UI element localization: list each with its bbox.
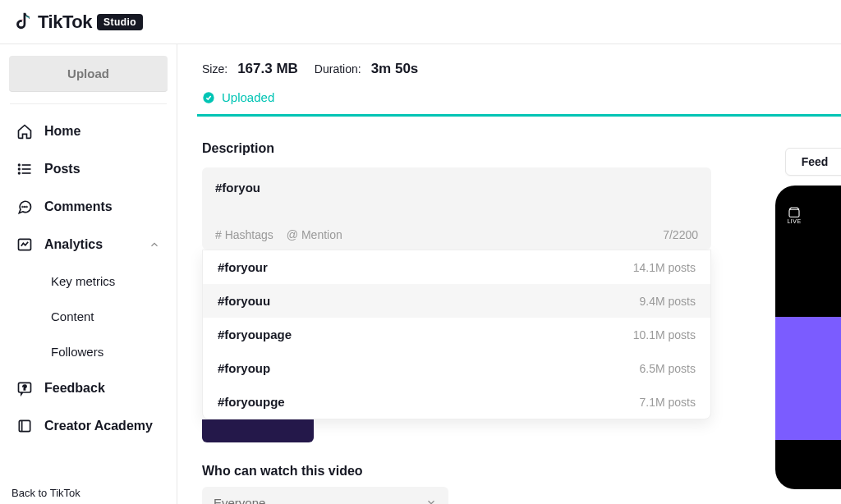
check-circle-icon bbox=[202, 91, 215, 104]
suggestion-posts: 14.1M posts bbox=[633, 261, 696, 274]
svg-text:?: ? bbox=[22, 383, 26, 392]
suggestion-posts: 6.5M posts bbox=[640, 362, 696, 375]
feed-toggle-button[interactable]: Feed bbox=[785, 148, 841, 176]
sidebar-item-feedback[interactable]: ? Feedback bbox=[7, 369, 170, 407]
cover-select-placeholder[interactable] bbox=[202, 419, 314, 442]
svg-point-6 bbox=[22, 207, 23, 208]
suggestion-posts: 10.1M posts bbox=[633, 328, 696, 341]
description-title: Description bbox=[197, 141, 841, 156]
description-text[interactable]: #foryou bbox=[215, 181, 698, 212]
sidebar-item-label: Home bbox=[44, 124, 80, 139]
academy-icon bbox=[16, 418, 33, 434]
sidebar-item-analytics[interactable]: Analytics bbox=[7, 226, 170, 263]
sidebar-item-posts[interactable]: Posts bbox=[7, 150, 170, 188]
svg-point-3 bbox=[19, 164, 21, 166]
suggestion-item[interactable]: #foryour 14.1M posts bbox=[203, 250, 710, 284]
sidebar-item-home[interactable]: Home bbox=[7, 112, 170, 150]
visibility-title: Who can watch this video bbox=[197, 464, 841, 479]
analytics-icon bbox=[16, 236, 33, 253]
suggestion-item[interactable]: #foryoup 6.5M posts bbox=[203, 351, 710, 385]
suggestion-item[interactable]: #foryoupge 7.1M posts bbox=[203, 385, 710, 419]
brand-text: TikTok bbox=[38, 11, 92, 33]
sidebar-item-creator-academy[interactable]: Creator Academy bbox=[7, 407, 170, 445]
brand-logo[interactable]: TikTok Studio bbox=[15, 11, 143, 33]
suggestion-item[interactable]: #foryouu 9.4M posts bbox=[203, 284, 710, 318]
svg-point-5 bbox=[19, 172, 21, 174]
list-icon bbox=[16, 161, 33, 177]
suggestion-tag: #foryoupage bbox=[218, 328, 292, 341]
sidebar-subitem-content[interactable]: Content bbox=[46, 299, 170, 334]
chevron-up-icon bbox=[149, 239, 160, 250]
sidebar-item-label: Feedback bbox=[44, 381, 105, 396]
divider bbox=[10, 103, 167, 104]
phone-preview: LIVE bbox=[775, 186, 841, 489]
size-label: Size: bbox=[202, 62, 227, 76]
upload-meta: Size: 167.3 MB Duration: 3m 50s bbox=[197, 61, 841, 77]
duration-value: 3m 50s bbox=[371, 61, 419, 77]
sidebar-item-label: Comments bbox=[44, 199, 113, 214]
suggestion-tag: #foryour bbox=[218, 260, 268, 274]
uploaded-label: Uploaded bbox=[222, 90, 274, 104]
live-label: LIVE bbox=[787, 218, 801, 224]
visibility-value: Everyone bbox=[214, 496, 265, 505]
hashtag-suggestions: #foryour 14.1M posts #foryouu 9.4M posts… bbox=[202, 250, 711, 419]
preview-thumbnail bbox=[775, 317, 841, 440]
svg-rect-14 bbox=[789, 209, 799, 217]
progress-bar bbox=[197, 114, 841, 117]
suggestion-posts: 9.4M posts bbox=[640, 295, 696, 308]
back-to-tiktok-link[interactable]: Back to TikTok bbox=[7, 480, 170, 499]
suggestion-item[interactable]: #foryoupage 10.1M posts bbox=[203, 318, 710, 351]
hashtags-button[interactable]: # Hashtags bbox=[215, 228, 273, 241]
home-icon bbox=[16, 123, 33, 140]
sidebar-subitem-followers[interactable]: Followers bbox=[46, 334, 170, 369]
svg-point-8 bbox=[26, 207, 27, 208]
svg-point-7 bbox=[25, 207, 25, 208]
svg-point-4 bbox=[19, 168, 21, 170]
char-counter: 7/2200 bbox=[663, 228, 698, 241]
live-icon: LIVE bbox=[787, 207, 802, 224]
suggestion-tag: #foryoupge bbox=[218, 395, 285, 409]
sidebar-item-label: Posts bbox=[44, 162, 80, 176]
visibility-select[interactable]: Everyone bbox=[202, 487, 448, 504]
suggestion-tag: #foryouu bbox=[218, 294, 270, 308]
size-value: 167.3 MB bbox=[237, 61, 298, 77]
sidebar-item-comments[interactable]: Comments bbox=[7, 188, 170, 226]
description-input[interactable]: #foryou # Hashtags @ Mention 7/2200 bbox=[202, 167, 711, 250]
feedback-icon: ? bbox=[16, 380, 33, 396]
upload-button[interactable]: Upload bbox=[9, 56, 168, 92]
mention-button[interactable]: @ Mention bbox=[287, 228, 342, 241]
tiktok-icon bbox=[15, 12, 33, 32]
suggestion-tag: #foryoup bbox=[218, 361, 270, 375]
feed-label: Feed bbox=[802, 155, 829, 168]
uploaded-status: Uploaded bbox=[197, 90, 841, 104]
svg-rect-12 bbox=[19, 420, 30, 431]
sidebar-subitem-key-metrics[interactable]: Key metrics bbox=[46, 263, 170, 299]
sidebar-item-label: Creator Academy bbox=[44, 419, 153, 433]
chevron-down-icon bbox=[425, 497, 437, 504]
duration-label: Duration: bbox=[315, 62, 361, 76]
studio-badge: Studio bbox=[97, 14, 143, 30]
suggestion-posts: 7.1M posts bbox=[640, 396, 696, 409]
comment-icon bbox=[16, 199, 33, 215]
sidebar-item-label: Analytics bbox=[44, 237, 103, 252]
